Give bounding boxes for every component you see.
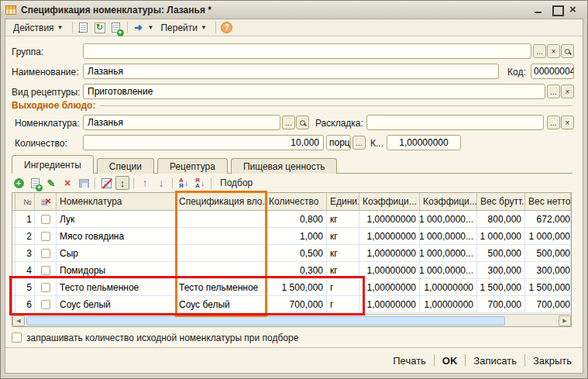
row-checkbox[interactable] bbox=[41, 283, 50, 292]
group-clear-button[interactable]: × bbox=[547, 44, 560, 58]
header-nomenclature[interactable]: Номенклатура bbox=[57, 193, 176, 210]
header-row-number[interactable]: № bbox=[15, 193, 35, 210]
tab-Пищевая ценность[interactable]: Пищевая ценность bbox=[231, 158, 338, 174]
unit-cell[interactable]: кг bbox=[327, 228, 359, 244]
goto-link-icon[interactable]: ➜ bbox=[132, 21, 146, 35]
specification-cell[interactable] bbox=[176, 262, 266, 278]
minimize-icon[interactable] bbox=[534, 5, 544, 14]
row-number-cell[interactable]: 1 bbox=[15, 211, 35, 227]
row-checkbox[interactable] bbox=[41, 266, 50, 275]
tab-Рецептура[interactable]: Рецептура bbox=[157, 158, 228, 174]
add-row-icon[interactable]: + bbox=[12, 176, 26, 190]
table-row[interactable]: 6Соус белыйСоус белый700,000г1,000000001… bbox=[12, 296, 571, 313]
coefficient1-cell[interactable]: 1,00000000 bbox=[359, 296, 420, 312]
header-coefficient-2[interactable]: Коэффици... bbox=[420, 193, 477, 210]
save-document-icon[interactable]: ← bbox=[77, 21, 91, 35]
sort-ascending-icon[interactable]: АЯ↓ bbox=[177, 176, 191, 190]
goto-button[interactable]: Перейти▼ bbox=[156, 21, 211, 35]
actions-button[interactable]: Действия▼ bbox=[9, 21, 68, 35]
edit-row-icon[interactable]: ✎ bbox=[44, 176, 58, 190]
row-checkbox[interactable] bbox=[41, 215, 50, 224]
chevron-down-icon[interactable]: ▼ bbox=[148, 24, 154, 31]
scroll-right-icon[interactable]: ▶ bbox=[559, 315, 571, 326]
nomenclature-cell[interactable]: Мясо говядина bbox=[57, 228, 176, 244]
refresh-icon[interactable]: ↻ bbox=[93, 21, 107, 35]
coefficient1-cell[interactable]: 1,00000000 bbox=[359, 262, 420, 278]
save-button[interactable]: Записать bbox=[466, 355, 524, 367]
move-up-icon[interactable]: ↑ bbox=[138, 176, 152, 190]
quantity-cell[interactable]: 1 500,000 bbox=[266, 279, 327, 295]
quantity-cell[interactable]: 0,800 bbox=[266, 211, 327, 227]
delete-row-icon[interactable]: × bbox=[60, 176, 74, 190]
quantity-cell[interactable]: 0,300 bbox=[266, 262, 327, 278]
tab-Специи[interactable]: Специи bbox=[97, 158, 154, 174]
view-setup-icon[interactable]: ↕ bbox=[115, 176, 129, 190]
unit-cell[interactable]: г bbox=[327, 279, 359, 295]
specification-cell[interactable]: Соус белый bbox=[176, 296, 266, 312]
scroll-left-icon[interactable]: ◀ bbox=[12, 315, 25, 326]
coefficient2-cell[interactable]: 1,00000000 bbox=[420, 279, 477, 295]
specification-cell[interactable]: Тесто пельменное bbox=[176, 279, 266, 295]
gross-weight-cell[interactable]: 500,000 bbox=[477, 245, 525, 261]
table-row[interactable]: 1Лук0,800кг1,000000001 000,0000...800,00… bbox=[12, 211, 571, 228]
coefficient-field[interactable]: 1,00000000 bbox=[387, 135, 461, 150]
specification-cell[interactable] bbox=[176, 228, 266, 244]
row-number-cell[interactable]: 3 bbox=[15, 245, 35, 261]
row-flag-cell[interactable] bbox=[35, 262, 57, 278]
nomenclature-cell[interactable]: Лук bbox=[57, 211, 176, 227]
code-field[interactable]: 000000041 bbox=[531, 64, 574, 79]
gross-weight-cell[interactable]: 300,000 bbox=[477, 262, 525, 278]
coefficient1-cell[interactable]: 1,00000000 bbox=[359, 228, 420, 244]
coefficient1-cell[interactable]: 1,00000000 bbox=[359, 211, 420, 227]
horizontal-scrollbar[interactable]: ◀ ▶ bbox=[12, 314, 571, 326]
row-flag-cell[interactable] bbox=[35, 245, 57, 261]
net-weight-cell[interactable]: 300,000 bbox=[525, 262, 571, 278]
tab-Ингредиенты[interactable]: Ингредиенты bbox=[12, 155, 94, 174]
gross-weight-cell[interactable]: 800,000 bbox=[477, 211, 525, 227]
recipe-type-clear-button[interactable]: × bbox=[561, 84, 574, 98]
row-number-cell[interactable]: 6 bbox=[15, 296, 35, 312]
header-gross-weight[interactable]: Вес брутт... bbox=[477, 193, 525, 210]
layout-field[interactable] bbox=[366, 115, 544, 130]
help-icon[interactable]: ? bbox=[220, 21, 234, 35]
coefficient2-cell[interactable]: 1 000,0000... bbox=[420, 211, 477, 227]
specification-cell[interactable] bbox=[176, 245, 266, 261]
table-row[interactable]: 5Тесто пельменноеТесто пельменное1 500,0… bbox=[12, 279, 571, 296]
copy-row-icon[interactable]: + bbox=[28, 176, 42, 190]
specification-cell[interactable] bbox=[176, 211, 266, 227]
nomenclature-field[interactable]: Лазанья bbox=[83, 115, 280, 130]
quantity-cell[interactable]: 700,000 bbox=[266, 296, 327, 312]
ask-quantity-checkbox[interactable] bbox=[12, 332, 22, 343]
coefficient2-cell[interactable]: 1 000,0000... bbox=[420, 262, 477, 278]
quantity-unit-field[interactable]: порц bbox=[326, 135, 351, 150]
header-coefficient-1[interactable]: Коэффици... bbox=[359, 193, 420, 210]
unit-cell[interactable]: кг bbox=[327, 245, 359, 261]
row-number-cell[interactable]: 2 bbox=[15, 228, 35, 244]
table-row[interactable]: 2Мясо говядина1,000кг1,000000001 000,000… bbox=[12, 228, 571, 245]
layout-ellipsis-button[interactable]: ... bbox=[547, 115, 560, 129]
row-number-cell[interactable]: 5 bbox=[15, 279, 35, 295]
print-button[interactable]: Печать bbox=[385, 355, 434, 367]
layout-clear-button[interactable]: × bbox=[561, 115, 574, 129]
coefficient2-cell[interactable]: 1,00000000 bbox=[420, 296, 477, 312]
net-weight-cell[interactable]: 672,000 bbox=[525, 211, 571, 227]
unit-cell[interactable]: г bbox=[327, 296, 359, 312]
nomenclature-cell[interactable]: Тесто пельменное bbox=[57, 279, 176, 295]
coefficient1-cell[interactable]: 1,00000000 bbox=[359, 279, 420, 295]
header-flag-column[interactable]: ▦✕ bbox=[35, 193, 57, 210]
row-flag-cell[interactable] bbox=[35, 228, 57, 244]
quantity-cell[interactable]: 1,000 bbox=[266, 228, 327, 244]
group-field[interactable] bbox=[83, 43, 531, 59]
nomenclature-ellipsis-button[interactable]: ... bbox=[282, 115, 295, 129]
row-checkbox[interactable] bbox=[41, 300, 50, 309]
net-weight-cell[interactable]: 500,000 bbox=[525, 245, 571, 261]
coefficient2-cell[interactable]: 1 000,0000... bbox=[420, 245, 477, 261]
coefficient1-cell[interactable]: 1,00000000 bbox=[359, 245, 420, 261]
header-unit[interactable]: Едини... bbox=[327, 193, 359, 210]
table-row[interactable]: 3Сыр0,500кг1,000000001 000,0000...500,00… bbox=[12, 245, 571, 262]
net-weight-cell[interactable]: 700,000 bbox=[525, 296, 571, 312]
sort-descending-icon[interactable]: ЯА↓ bbox=[193, 176, 207, 190]
header-net-weight[interactable]: Вес нетто... bbox=[525, 193, 571, 210]
unit-cell[interactable]: кг bbox=[327, 211, 359, 227]
quantity-cell[interactable]: 0,500 bbox=[266, 245, 327, 261]
